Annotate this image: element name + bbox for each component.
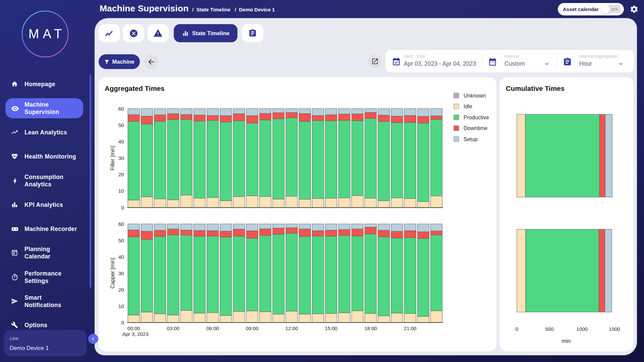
svg-text:60: 60 (118, 106, 124, 112)
svg-text:00:00: 00:00 (127, 325, 140, 331)
svg-text:50: 50 (118, 122, 124, 128)
svg-text:0: 0 (121, 205, 124, 210)
svg-text:Filler [min]: Filler [min] (110, 146, 115, 171)
svg-text:Setup: Setup (464, 136, 478, 142)
svg-text:Capper [min]: Capper [min] (110, 258, 115, 289)
svg-text:30: 30 (118, 155, 124, 161)
svg-text:10: 10 (118, 188, 124, 194)
svg-text:500: 500 (545, 326, 553, 332)
svg-text:09:00: 09:00 (246, 325, 259, 331)
svg-text:18:00: 18:00 (364, 325, 377, 331)
svg-text:12:00: 12:00 (285, 325, 298, 331)
svg-text:0: 0 (516, 326, 518, 332)
svg-text:20: 20 (118, 287, 124, 293)
svg-text:MAT: MAT (29, 27, 65, 41)
svg-text:0: 0 (121, 320, 124, 325)
svg-text:Apr 3, 2023: Apr 3, 2023 (122, 331, 149, 337)
svg-text:1500: 1500 (609, 326, 620, 332)
svg-text:40: 40 (118, 254, 124, 260)
svg-text:Downtime: Downtime (464, 125, 487, 131)
svg-text:min: min (562, 338, 571, 344)
svg-text:06:00: 06:00 (206, 325, 219, 331)
svg-text:Productive: Productive (464, 115, 489, 120)
svg-text:30: 30 (118, 270, 124, 276)
svg-text:60: 60 (118, 221, 124, 227)
svg-text:50: 50 (118, 238, 124, 243)
svg-text:1000: 1000 (576, 326, 587, 332)
svg-text:21:00: 21:00 (404, 325, 417, 331)
svg-text:Idle: Idle (464, 104, 472, 109)
svg-text:03:00: 03:00 (167, 325, 180, 331)
svg-text:20: 20 (118, 172, 124, 177)
svg-text:Unknown: Unknown (464, 93, 486, 99)
svg-text:15:00: 15:00 (325, 325, 337, 331)
svg-text:40: 40 (118, 139, 124, 144)
svg-text:10: 10 (118, 303, 124, 309)
